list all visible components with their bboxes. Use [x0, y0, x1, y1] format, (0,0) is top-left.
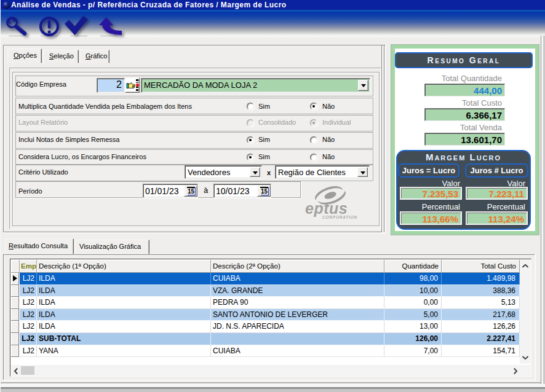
svg-text:eptus: eptus	[305, 200, 348, 217]
svg-text:CORPORATION: CORPORATION	[322, 215, 357, 219]
